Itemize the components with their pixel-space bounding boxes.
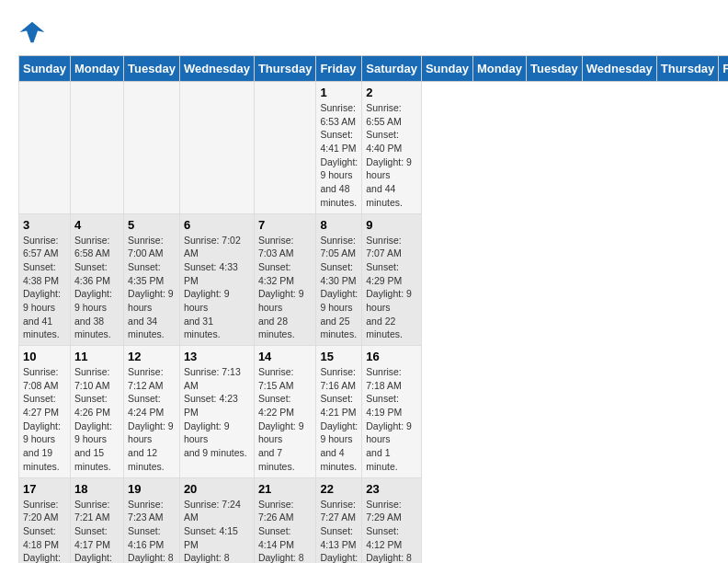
day-info: Sunrise: 7:27 AM Sunset: 4:13 PM Dayligh… (320, 498, 358, 564)
calendar-cell: 16Sunrise: 7:18 AM Sunset: 4:19 PM Dayli… (362, 346, 422, 478)
calendar-cell (19, 82, 71, 214)
day-info: Sunrise: 7:15 AM Sunset: 4:22 PM Dayligh… (258, 365, 313, 474)
calendar-cell: 21Sunrise: 7:26 AM Sunset: 4:14 PM Dayli… (254, 477, 316, 563)
day-number: 20 (184, 482, 250, 496)
day-number: 21 (258, 482, 313, 496)
calendar-cell (179, 82, 254, 214)
day-info: Sunrise: 7:03 AM Sunset: 4:32 PM Dayligh… (258, 234, 313, 342)
day-number: 19 (128, 482, 176, 496)
calendar-cell: 8Sunrise: 7:05 AM Sunset: 4:30 PM Daylig… (316, 213, 362, 346)
weekday-header-thursday: Thursday (254, 56, 316, 82)
day-info: Sunrise: 7:20 AM Sunset: 4:18 PM Dayligh… (23, 498, 66, 564)
calendar-cell: 17Sunrise: 7:20 AM Sunset: 4:18 PM Dayli… (19, 477, 71, 563)
weekday-header: Friday (719, 56, 728, 82)
day-info: Sunrise: 7:23 AM Sunset: 4:16 PM Dayligh… (128, 498, 176, 564)
day-info: Sunrise: 7:29 AM Sunset: 4:12 PM Dayligh… (366, 498, 417, 564)
weekday-header: Tuesday (527, 56, 583, 82)
weekday-header-friday: Friday (316, 56, 362, 82)
weekday-header: Sunday (421, 56, 472, 82)
day-number: 8 (320, 218, 358, 232)
day-info: Sunrise: 7:26 AM Sunset: 4:14 PM Dayligh… (258, 498, 313, 564)
calendar-cell: 20Sunrise: 7:24 AM Sunset: 4:15 PM Dayli… (179, 477, 254, 563)
day-info: Sunrise: 6:58 AM Sunset: 4:36 PM Dayligh… (74, 234, 119, 342)
day-number: 3 (23, 218, 66, 232)
day-number: 6 (184, 218, 250, 232)
day-number: 9 (366, 218, 417, 232)
calendar-cell: 18Sunrise: 7:21 AM Sunset: 4:17 PM Dayli… (70, 477, 123, 563)
calendar-table: SundayMondayTuesdayWednesdayThursdayFrid… (18, 55, 728, 563)
day-number: 11 (74, 350, 119, 363)
day-number: 15 (320, 350, 358, 363)
day-number: 12 (128, 350, 176, 363)
calendar-cell (70, 82, 123, 214)
calendar-cell: 2Sunrise: 6:55 AM Sunset: 4:40 PM Daylig… (362, 82, 422, 214)
calendar-cell: 5Sunrise: 7:00 AM Sunset: 4:35 PM Daylig… (124, 213, 180, 346)
day-number: 4 (74, 218, 119, 232)
day-info: Sunrise: 7:08 AM Sunset: 4:27 PM Dayligh… (23, 365, 66, 474)
day-number: 10 (23, 350, 66, 363)
logo (18, 18, 51, 46)
day-number: 23 (366, 482, 417, 496)
weekday-header: Thursday (656, 56, 719, 82)
day-info: Sunrise: 7:00 AM Sunset: 4:35 PM Dayligh… (128, 234, 176, 342)
weekday-header-wednesday: Wednesday (179, 56, 254, 82)
calendar-cell: 7Sunrise: 7:03 AM Sunset: 4:32 PM Daylig… (254, 213, 316, 346)
day-info: Sunrise: 7:05 AM Sunset: 4:30 PM Dayligh… (320, 234, 358, 342)
day-number: 14 (258, 350, 313, 363)
day-info: Sunrise: 6:57 AM Sunset: 4:38 PM Dayligh… (23, 234, 66, 342)
calendar-cell: 22Sunrise: 7:27 AM Sunset: 4:13 PM Dayli… (316, 477, 362, 563)
day-number: 5 (128, 218, 176, 232)
calendar-week-row: 10Sunrise: 7:08 AM Sunset: 4:27 PM Dayli… (19, 346, 729, 478)
calendar-week-row: 17Sunrise: 7:20 AM Sunset: 4:18 PM Dayli… (19, 477, 729, 563)
day-info: Sunrise: 7:13 AM Sunset: 4:23 PM Dayligh… (184, 365, 250, 460)
calendar-cell: 10Sunrise: 7:08 AM Sunset: 4:27 PM Dayli… (19, 346, 71, 478)
weekday-header-sunday: Sunday (19, 56, 71, 82)
day-info: Sunrise: 7:16 AM Sunset: 4:21 PM Dayligh… (320, 365, 358, 474)
weekday-header: Monday (472, 56, 526, 82)
day-info: Sunrise: 6:55 AM Sunset: 4:40 PM Dayligh… (366, 101, 417, 210)
day-number: 1 (320, 86, 358, 99)
weekday-header-monday: Monday (70, 56, 123, 82)
day-number: 16 (366, 350, 417, 363)
calendar-week-row: 1Sunrise: 6:53 AM Sunset: 4:41 PM Daylig… (19, 82, 729, 214)
day-number: 13 (184, 350, 250, 363)
day-info: Sunrise: 7:07 AM Sunset: 4:29 PM Dayligh… (366, 234, 417, 342)
day-number: 17 (23, 482, 66, 496)
day-number: 22 (320, 482, 358, 496)
day-number: 7 (258, 218, 313, 232)
weekday-header-saturday: Saturday (362, 56, 422, 82)
day-info: Sunrise: 7:12 AM Sunset: 4:24 PM Dayligh… (128, 365, 176, 474)
day-number: 18 (74, 482, 119, 496)
svg-marker-0 (20, 22, 45, 43)
calendar-cell: 9Sunrise: 7:07 AM Sunset: 4:29 PM Daylig… (362, 213, 422, 346)
day-info: Sunrise: 7:24 AM Sunset: 4:15 PM Dayligh… (184, 498, 250, 564)
day-info: Sunrise: 7:18 AM Sunset: 4:19 PM Dayligh… (366, 365, 417, 474)
calendar-cell: 6Sunrise: 7:02 AM Sunset: 4:33 PM Daylig… (179, 213, 254, 346)
calendar-cell: 3Sunrise: 6:57 AM Sunset: 4:38 PM Daylig… (19, 213, 71, 346)
calendar-cell: 11Sunrise: 7:10 AM Sunset: 4:26 PM Dayli… (70, 346, 123, 478)
day-info: Sunrise: 7:21 AM Sunset: 4:17 PM Dayligh… (74, 498, 119, 564)
calendar-cell: 19Sunrise: 7:23 AM Sunset: 4:16 PM Dayli… (124, 477, 180, 563)
calendar-cell: 12Sunrise: 7:12 AM Sunset: 4:24 PM Dayli… (124, 346, 180, 478)
day-number: 2 (366, 86, 417, 99)
day-info: Sunrise: 6:53 AM Sunset: 4:41 PM Dayligh… (320, 101, 358, 210)
weekday-header: Wednesday (582, 56, 656, 82)
calendar-cell: 15Sunrise: 7:16 AM Sunset: 4:21 PM Dayli… (316, 346, 362, 478)
calendar-cell: 14Sunrise: 7:15 AM Sunset: 4:22 PM Dayli… (254, 346, 316, 478)
calendar-cell (124, 82, 180, 214)
day-info: Sunrise: 7:10 AM Sunset: 4:26 PM Dayligh… (74, 365, 119, 474)
calendar-week-row: 3Sunrise: 6:57 AM Sunset: 4:38 PM Daylig… (19, 213, 729, 346)
calendar-header-row: SundayMondayTuesdayWednesdayThursdayFrid… (19, 56, 729, 82)
calendar-cell: 1Sunrise: 6:53 AM Sunset: 4:41 PM Daylig… (316, 82, 362, 214)
page-header (18, 18, 710, 46)
calendar-cell: 23Sunrise: 7:29 AM Sunset: 4:12 PM Dayli… (362, 477, 422, 563)
weekday-header-tuesday: Tuesday (124, 56, 180, 82)
calendar-cell (254, 82, 316, 214)
logo-icon (18, 18, 46, 46)
calendar-cell: 13Sunrise: 7:13 AM Sunset: 4:23 PM Dayli… (179, 346, 254, 478)
calendar-cell: 4Sunrise: 6:58 AM Sunset: 4:36 PM Daylig… (70, 213, 123, 346)
day-info: Sunrise: 7:02 AM Sunset: 4:33 PM Dayligh… (184, 234, 250, 342)
